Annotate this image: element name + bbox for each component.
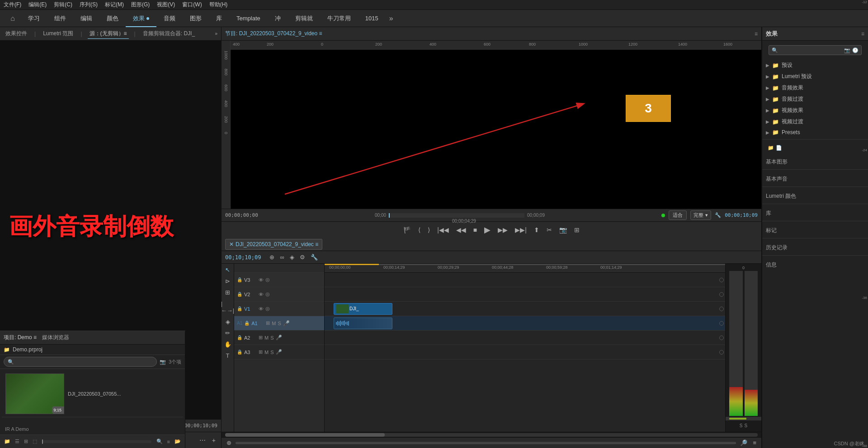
fold-a1[interactable]: ⊞ xyxy=(266,320,270,326)
nav-item-rush[interactable]: 冲 xyxy=(268,10,288,27)
track-content-a2[interactable] xyxy=(325,331,725,345)
track-content-a1[interactable] xyxy=(325,316,725,331)
timeline-timecode[interactable]: 00;10;10;09 xyxy=(225,254,261,261)
timeline-scrollbar[interactable] xyxy=(222,432,761,437)
marker-icon[interactable]: ◈ xyxy=(288,253,296,261)
track-content-ruler[interactable]: 00;00;00;00 00;00;14;29 00;00;29;29 00;0… xyxy=(325,264,725,273)
nav-item-effect[interactable]: 效果 xyxy=(126,10,156,27)
section-markers[interactable]: 标记 xyxy=(762,223,868,236)
timeline-scroll-thumb[interactable] xyxy=(225,433,385,437)
project-camera-icon[interactable]: 📷 xyxy=(160,359,166,365)
tab-audio-mixer[interactable]: 音频剪辑混合器: DJI_ xyxy=(141,29,197,38)
menu-mark[interactable]: 标记(M) xyxy=(105,1,124,9)
eye-icon-v2[interactable]: 👁 xyxy=(259,292,264,297)
effects-tree-lumetri[interactable]: ▶ 📁 Lumetri 预设 xyxy=(762,71,868,82)
a1-selector[interactable]: A1 xyxy=(237,321,242,326)
menu-sequence[interactable]: 序列(S) xyxy=(80,1,98,9)
menu-view[interactable]: 视图(V) xyxy=(157,1,175,9)
section-basic-graphic[interactable]: 基本图形 xyxy=(762,154,868,168)
visibility-icon-v1[interactable]: ◎ xyxy=(265,306,270,312)
nav-item-1015[interactable]: 1015 xyxy=(358,10,386,27)
section-info[interactable]: 信息 xyxy=(762,257,868,271)
tab-effect-controls[interactable]: 效果控件 xyxy=(4,29,29,38)
nav-item-color[interactable]: 颜色 xyxy=(99,10,126,27)
mute-a2[interactable]: M xyxy=(264,335,269,341)
nav-item-graphic[interactable]: 图形 xyxy=(183,10,209,27)
program-panel-menu[interactable]: ≡ xyxy=(755,31,758,37)
add-track-btn[interactable]: ⊕ xyxy=(225,439,233,447)
track-content-a3[interactable] xyxy=(325,345,725,359)
nav-item-common[interactable]: 牛刀常用 xyxy=(320,10,358,27)
section-history[interactable]: 历史记录 xyxy=(762,240,868,253)
visibility-icon-v3[interactable]: ◎ xyxy=(265,277,270,283)
prog-btn-camera[interactable]: 📷 xyxy=(557,225,569,234)
link-icon[interactable]: ∞ xyxy=(278,253,285,261)
prog-btn-extract[interactable]: ✂ xyxy=(545,225,554,234)
prog-btn-step-back[interactable]: ◀◀ xyxy=(454,225,468,234)
effects-tree-video-effects[interactable]: ▶ 📁 视频效果 xyxy=(762,105,868,116)
program-timecode-right[interactable]: 00;00;10;09 xyxy=(725,212,758,218)
mic-icon-a1[interactable]: 🎤 xyxy=(283,320,290,327)
fold-a3[interactable]: ⊞ xyxy=(259,349,263,355)
selection-tool[interactable]: ↖ xyxy=(224,266,231,274)
prog-btn-lift[interactable]: ⬆ xyxy=(532,225,541,234)
tab-media-browser[interactable]: 媒体浏览器 xyxy=(42,334,69,341)
effects-search-input[interactable] xyxy=(780,47,842,53)
tab-source[interactable]: 源：(无剪辑）≡ xyxy=(88,29,129,39)
tab-project[interactable]: 项目: Demo ≡ xyxy=(4,334,37,341)
text-tool[interactable]: T xyxy=(225,351,231,360)
lock-icon-a1[interactable]: 🔒 xyxy=(244,321,250,326)
section-basic-audio[interactable]: 基本声音 xyxy=(762,172,868,185)
lock-icon-a2[interactable]: 🔒 xyxy=(237,335,242,340)
menu-edit[interactable]: 编辑(E) xyxy=(28,1,47,9)
panel-more-icon[interactable]: » xyxy=(215,31,217,36)
project-settings-btn[interactable]: ≡ xyxy=(166,439,171,445)
prog-btn-marker[interactable]: 🏴 xyxy=(401,225,413,234)
pen-tool[interactable]: ✏ xyxy=(224,329,231,337)
lock-icon-a3[interactable]: 🔒 xyxy=(237,350,242,355)
nav-item-template[interactable]: Template xyxy=(229,10,268,27)
fold-a2[interactable]: ⊞ xyxy=(259,335,263,341)
nav-item-learn[interactable]: 学习 xyxy=(21,10,47,27)
ripple-tool[interactable]: ⊞ xyxy=(224,288,231,297)
source-time-right[interactable]: 00;00;10;09 xyxy=(184,423,217,429)
menu-clip[interactable]: 剪辑(C) xyxy=(54,1,72,9)
nav-more[interactable]: » xyxy=(386,14,397,23)
prog-btn-play[interactable]: ▶ xyxy=(482,224,492,236)
lock-icon-v1[interactable]: 🔒 xyxy=(237,306,242,311)
prog-btn-goto-in[interactable]: |◀◀ xyxy=(435,225,451,234)
audio-clip-a1[interactable] xyxy=(334,317,392,329)
menu-window[interactable]: 窗口(W) xyxy=(182,1,202,9)
project-item-0[interactable]: 9;15 DJI_20220503_07055... xyxy=(2,371,183,417)
project-list-view[interactable]: ☰ xyxy=(14,438,21,445)
fit-dropdown[interactable]: 适合 xyxy=(669,210,687,220)
nav-item-component[interactable]: 组件 xyxy=(47,10,73,27)
effects-tree-presets[interactable]: ▶ 📁 预设 xyxy=(762,60,868,71)
mute-a1[interactable]: M xyxy=(272,321,276,326)
section-library[interactable]: 库 xyxy=(762,206,868,219)
nav-item-library[interactable]: 库 xyxy=(209,10,229,27)
track-select-tool[interactable]: ⊳ xyxy=(224,277,231,285)
source-btn-add[interactable]: + xyxy=(210,436,217,445)
tab-lumetri-scope[interactable]: Lumetri 范围 xyxy=(41,29,75,38)
project-icon-view[interactable]: ⊞ xyxy=(23,438,29,445)
settings-btn[interactable]: ≡ xyxy=(751,439,758,447)
program-monitor-tab[interactable]: 节目: DJI_20220503_070422_9_video ≡ xyxy=(225,30,322,37)
menu-help[interactable]: 帮助(H) xyxy=(209,1,228,9)
solo-a1[interactable]: S xyxy=(278,321,281,326)
effects-tree-audio-transition[interactable]: ▶ 📁 音频过渡 xyxy=(762,93,868,105)
wrench-icon[interactable]: 🔧 xyxy=(309,253,319,261)
nav-item-edit[interactable]: 编辑 xyxy=(73,10,99,27)
solo-a3[interactable]: S xyxy=(270,350,274,355)
project-new-bin[interactable]: 📁 xyxy=(3,438,12,445)
visibility-icon-v2[interactable]: ◎ xyxy=(265,291,270,297)
timeline-scroll-track[interactable] xyxy=(225,433,758,437)
menu-graphic[interactable]: 图形(G) xyxy=(131,1,150,9)
project-zoom-slider[interactable] xyxy=(42,440,151,443)
program-time-left[interactable]: 00;00;00;00 xyxy=(225,212,258,218)
mute-a3[interactable]: M xyxy=(264,350,269,355)
zoom-thumb[interactable] xyxy=(42,439,43,444)
eye-icon-v3[interactable]: 👁 xyxy=(259,277,264,283)
prog-btn-goto-out[interactable]: ▶▶| xyxy=(513,225,528,234)
settings-icon[interactable]: ⚙ xyxy=(298,253,307,261)
